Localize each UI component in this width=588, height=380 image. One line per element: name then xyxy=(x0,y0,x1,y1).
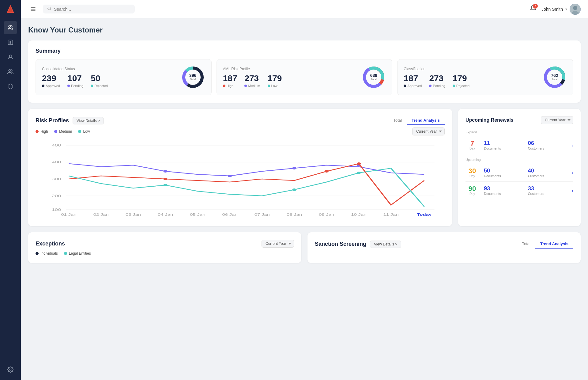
svg-point-46 xyxy=(357,162,361,165)
day-7-num: 7 xyxy=(466,140,479,147)
aml-donut: 639 Total xyxy=(361,65,386,89)
consolidated-approved-num: 239 xyxy=(42,74,60,83)
consolidated-rejected-num: 50 xyxy=(91,74,107,83)
sidebar-item-document[interactable] xyxy=(4,36,17,49)
aml-medium-num: 273 xyxy=(244,74,260,83)
sidebar-item-team[interactable] xyxy=(4,21,17,34)
svg-point-9 xyxy=(10,369,11,370)
risk-chart-area: 400 400 300 200 100 xyxy=(36,139,445,219)
legend-high: High xyxy=(36,129,48,134)
risk-year-select[interactable]: Current Year Last Year 2022 xyxy=(412,127,445,135)
sanction-header: Sanction Screening View Details > Total … xyxy=(315,240,573,249)
renewal-30-documents: 50 Documents xyxy=(484,168,523,178)
aml-high-num: 187 xyxy=(223,74,237,83)
sanction-tab-trend[interactable]: Trend Analysis xyxy=(535,240,573,249)
upcoming-renewals-card: Upcoming Renewals Current Year Last Year… xyxy=(458,109,581,226)
search-input[interactable] xyxy=(54,7,121,12)
aml-label: AML Risk Profile xyxy=(223,67,356,71)
page-title: Know Your Customer xyxy=(28,26,581,34)
svg-point-40 xyxy=(164,170,168,173)
renewal-90-chevron-icon[interactable]: › xyxy=(572,188,573,193)
sidebar-item-users[interactable] xyxy=(4,50,17,64)
day-90-num: 90 xyxy=(466,185,479,192)
renewal-7-chevron-icon[interactable]: › xyxy=(572,143,573,148)
svg-point-48 xyxy=(292,188,296,191)
consolidated-nums: 239 Approved 107 Pending 50 Rejected xyxy=(42,74,175,88)
sanction-tab-total[interactable]: Total xyxy=(517,240,535,249)
user-info[interactable]: John Smith ▾ xyxy=(541,4,581,15)
search-icon xyxy=(47,6,51,12)
risk-profiles-tabs: Total Trend Analysis xyxy=(389,116,445,125)
renewal-30-chevron-icon[interactable]: › xyxy=(572,170,573,175)
main-area: 2 John Smith ▾ Know Your Customer Summar… xyxy=(21,0,588,380)
sanction-view-details-button[interactable]: View Details > xyxy=(370,241,401,248)
svg-text:07 Jan: 07 Jan xyxy=(254,213,270,216)
aml-high-sub: High xyxy=(223,84,237,88)
sidebar-item-settings[interactable] xyxy=(4,363,17,376)
consolidated-rejected-sub: Rejected xyxy=(91,84,107,88)
aml-low-num: 179 xyxy=(268,74,282,83)
renewal-30-customers: 40 Customers xyxy=(528,168,567,178)
sidebar-item-box[interactable] xyxy=(4,80,17,93)
risk-profiles-tab-total[interactable]: Total xyxy=(389,116,407,125)
topbar: 2 John Smith ▾ xyxy=(21,0,588,18)
svg-point-47 xyxy=(164,184,168,186)
search-box xyxy=(43,5,135,13)
exceptions-header: Exceptions Current Year Last Year xyxy=(36,240,294,248)
class-pending-sub: Pending xyxy=(429,84,445,88)
sanction-tabs: Total Trend Analysis xyxy=(517,240,573,249)
legend-individuals: Individuals xyxy=(36,251,58,256)
aml-low-sub: Low xyxy=(268,84,282,88)
sidebar-item-customer[interactable] xyxy=(4,65,17,78)
class-rejected-sub: Rejected xyxy=(453,84,469,88)
class-approved-num: 187 xyxy=(404,74,422,83)
risk-profiles-view-details-button[interactable]: View Details > xyxy=(73,117,104,124)
svg-point-41 xyxy=(228,175,232,177)
class-rejected-num: 179 xyxy=(453,74,469,83)
classification-donut: 762 Total xyxy=(542,65,567,89)
svg-text:05 Jan: 05 Jan xyxy=(190,213,205,216)
svg-text:11 Jan: 11 Jan xyxy=(383,213,399,216)
risk-profiles-tab-trend[interactable]: Trend Analysis xyxy=(407,116,445,125)
renewal-row-90day: 90 Day 93 Documents 33 Customers › xyxy=(466,182,573,199)
renewal-7-customers: 06 Customers xyxy=(528,140,567,150)
aml-medium-sub: Medium xyxy=(244,84,260,88)
consolidated-status-card: Consolidated Status 239 Approved 107 Pen… xyxy=(36,59,212,95)
summary-card: Summary Consolidated Status 239 Approved… xyxy=(28,40,581,103)
svg-point-16 xyxy=(573,6,577,10)
risk-profiles-header: Risk Profiles View Details > Total Trend… xyxy=(36,116,445,125)
day-30-num: 30 xyxy=(466,168,479,174)
day-badge-7: 7 Day xyxy=(466,140,479,150)
notification-button[interactable]: 2 xyxy=(530,5,537,13)
bottom-row: Exceptions Current Year Last Year Indivi… xyxy=(28,232,581,263)
renewals-year-select[interactable]: Current Year Last Year xyxy=(541,116,573,124)
exceptions-title: Exceptions xyxy=(36,241,65,247)
svg-point-8 xyxy=(9,70,11,72)
aml-risk-card: AML Risk Profile 187 High 273 Medium xyxy=(217,59,393,95)
svg-text:300: 300 xyxy=(52,177,61,181)
renewals-title: Upcoming Renewals xyxy=(466,117,513,123)
svg-text:03 Jan: 03 Jan xyxy=(126,213,141,216)
content: Know Your Customer Summary Consolidated … xyxy=(21,18,588,380)
svg-point-13 xyxy=(48,7,51,10)
legend-legal-entities: Legal Entities xyxy=(64,251,91,256)
exceptions-legend: Individuals Legal Entities xyxy=(36,251,294,256)
renewal-row-30day: 30 Day 50 Documents 40 Customers › xyxy=(466,164,573,182)
svg-point-44 xyxy=(164,178,168,180)
upcoming-label: Upcoming xyxy=(466,158,573,162)
sanction-title: Sanction Screening xyxy=(315,241,366,247)
notification-badge: 2 xyxy=(533,4,538,9)
svg-text:Today: Today xyxy=(417,213,432,216)
sanction-screening-card: Sanction Screening View Details > Total … xyxy=(307,232,581,263)
menu-button[interactable] xyxy=(28,4,38,14)
exceptions-year-select[interactable]: Current Year Last Year xyxy=(262,240,294,248)
class-pending-num: 273 xyxy=(429,74,445,83)
day-30-label: Day xyxy=(466,174,479,178)
user-chevron-icon: ▾ xyxy=(565,7,567,11)
svg-text:09 Jan: 09 Jan xyxy=(319,213,334,216)
chart-controls: High Medium Low Current Year La xyxy=(36,127,445,135)
svg-text:02 Jan: 02 Jan xyxy=(93,213,109,216)
topbar-right: 2 John Smith ▾ xyxy=(530,4,581,15)
legend-medium: Medium xyxy=(54,129,72,134)
app-logo[interactable] xyxy=(5,4,16,15)
